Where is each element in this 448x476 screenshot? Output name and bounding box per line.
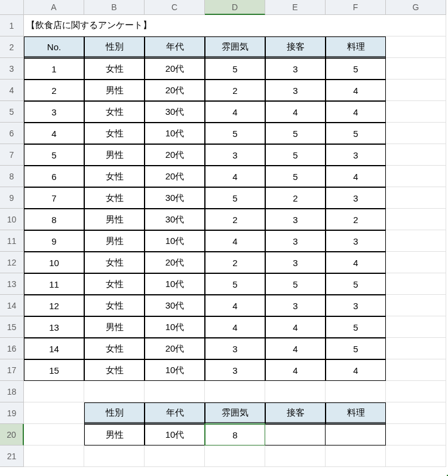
row-header-7[interactable]: 7 xyxy=(0,144,24,166)
empty-cell[interactable] xyxy=(145,381,205,402)
row-header-2[interactable]: 2 xyxy=(0,36,24,58)
empty-cell[interactable] xyxy=(386,359,446,381)
table-cell[interactable]: 女性 xyxy=(84,252,145,273)
table-cell[interactable]: 女性 xyxy=(84,338,145,359)
empty-cell[interactable] xyxy=(265,446,326,467)
table-cell[interactable]: 3 xyxy=(205,359,265,381)
table-cell[interactable]: 3 xyxy=(265,209,326,230)
table-cell[interactable]: 6 xyxy=(24,166,84,187)
table-cell[interactable]: 10代 xyxy=(145,359,205,381)
table-cell[interactable]: 20代 xyxy=(145,80,205,101)
table-cell[interactable]: 30代 xyxy=(145,187,205,209)
empty-cell[interactable] xyxy=(386,101,446,123)
table-cell[interactable]: 3 xyxy=(205,144,265,166)
empty-cell[interactable] xyxy=(205,446,265,467)
table-cell[interactable]: 4 xyxy=(265,316,326,338)
table-cell[interactable]: 5 xyxy=(24,144,84,166)
table-header[interactable]: 料理 xyxy=(326,36,386,58)
empty-cell[interactable] xyxy=(24,381,84,402)
table-cell[interactable]: 男性 xyxy=(84,316,145,338)
row-header-18[interactable]: 18 xyxy=(0,381,24,402)
table-cell[interactable]: 8 xyxy=(24,209,84,230)
spreadsheet[interactable]: ABCDEFG1【飲食店に関するアンケート】2No.性別年代雰囲気接客料理31女… xyxy=(0,0,448,467)
summary-cell[interactable]: 10代 xyxy=(145,424,205,446)
table-cell[interactable]: 4 xyxy=(326,252,386,273)
empty-cell[interactable] xyxy=(386,446,446,467)
table-cell[interactable]: 5 xyxy=(326,273,386,295)
table-cell[interactable]: 5 xyxy=(326,58,386,80)
table-cell[interactable]: 2 xyxy=(24,80,84,101)
table-cell[interactable]: 9 xyxy=(24,230,84,252)
table-cell[interactable]: 女性 xyxy=(84,295,145,316)
table-cell[interactable]: 30代 xyxy=(145,101,205,123)
table-cell[interactable]: 14 xyxy=(24,338,84,359)
table-cell[interactable]: 5 xyxy=(265,123,326,144)
col-header-G[interactable]: G xyxy=(386,0,446,15)
empty-cell[interactable] xyxy=(386,424,446,446)
table-cell[interactable]: 20代 xyxy=(145,166,205,187)
summary-header[interactable]: 雰囲気 xyxy=(205,402,265,424)
row-header-8[interactable]: 8 xyxy=(0,166,24,187)
table-header[interactable]: 接客 xyxy=(265,36,326,58)
empty-cell[interactable] xyxy=(386,402,446,424)
table-cell[interactable]: 4 xyxy=(205,295,265,316)
empty-cell[interactable] xyxy=(386,123,446,144)
row-header-11[interactable]: 11 xyxy=(0,230,24,252)
row-header-20[interactable]: 20 xyxy=(0,424,24,446)
empty-cell[interactable] xyxy=(386,252,446,273)
row-header-4[interactable]: 4 xyxy=(0,80,24,101)
table-cell[interactable]: 4 xyxy=(205,166,265,187)
table-cell[interactable]: 20代 xyxy=(145,58,205,80)
row-header-19[interactable]: 19 xyxy=(0,402,24,424)
row-header-12[interactable]: 12 xyxy=(0,252,24,273)
empty-cell[interactable] xyxy=(24,424,84,446)
table-cell[interactable]: 3 xyxy=(326,295,386,316)
table-cell[interactable]: 5 xyxy=(326,123,386,144)
table-cell[interactable]: 男性 xyxy=(84,144,145,166)
table-cell[interactable]: 4 xyxy=(205,316,265,338)
table-cell[interactable]: 4 xyxy=(24,123,84,144)
table-cell[interactable]: 4 xyxy=(326,80,386,101)
table-cell[interactable]: 2 xyxy=(205,80,265,101)
empty-cell[interactable] xyxy=(386,58,446,80)
empty-cell[interactable] xyxy=(386,230,446,252)
empty-cell[interactable] xyxy=(386,295,446,316)
empty-cell[interactable] xyxy=(386,166,446,187)
table-cell[interactable]: 3 xyxy=(265,58,326,80)
col-header-D[interactable]: D xyxy=(205,0,265,15)
table-cell[interactable]: 2 xyxy=(205,252,265,273)
empty-cell[interactable] xyxy=(386,144,446,166)
col-header-E[interactable]: E xyxy=(265,0,326,15)
table-cell[interactable]: 5 xyxy=(205,123,265,144)
table-cell[interactable]: 11 xyxy=(24,273,84,295)
table-cell[interactable]: 3 xyxy=(326,144,386,166)
table-cell[interactable]: 5 xyxy=(265,166,326,187)
empty-cell[interactable] xyxy=(386,316,446,338)
table-cell[interactable]: 7 xyxy=(24,187,84,209)
table-header[interactable]: 雰囲気 xyxy=(205,36,265,58)
empty-cell[interactable] xyxy=(326,381,386,402)
table-cell[interactable]: 3 xyxy=(326,187,386,209)
row-header-17[interactable]: 17 xyxy=(0,359,24,381)
empty-cell[interactable] xyxy=(84,446,145,467)
table-cell[interactable]: 4 xyxy=(265,359,326,381)
empty-cell[interactable] xyxy=(24,402,84,424)
table-header[interactable]: 年代 xyxy=(145,36,205,58)
table-cell[interactable]: 男性 xyxy=(84,230,145,252)
title-cell[interactable]: 【飲食店に関するアンケート】 xyxy=(24,15,446,36)
table-cell[interactable]: 30代 xyxy=(145,209,205,230)
table-cell[interactable]: 3 xyxy=(265,230,326,252)
table-cell[interactable]: 4 xyxy=(326,359,386,381)
empty-cell[interactable] xyxy=(205,381,265,402)
col-header-B[interactable]: B xyxy=(84,0,145,15)
table-header[interactable]: 性別 xyxy=(84,36,145,58)
summary-cell[interactable]: 男性 xyxy=(84,424,145,446)
table-cell[interactable]: 4 xyxy=(326,101,386,123)
row-header-1[interactable]: 1 xyxy=(0,15,24,36)
summary-cell[interactable] xyxy=(326,424,386,446)
empty-cell[interactable] xyxy=(84,381,145,402)
table-cell[interactable]: 20代 xyxy=(145,252,205,273)
table-cell[interactable]: 5 xyxy=(205,273,265,295)
table-cell[interactable]: 12 xyxy=(24,295,84,316)
table-cell[interactable]: 13 xyxy=(24,316,84,338)
